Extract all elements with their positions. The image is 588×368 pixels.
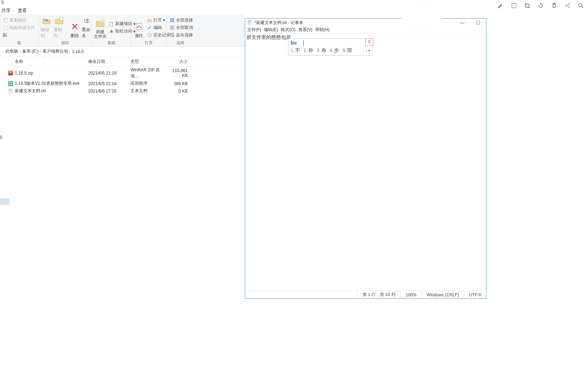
svg-point-35 [569,4,570,5]
svg-rect-33 [512,4,516,8]
history-icon [147,32,152,38]
ribbon-tab-share[interactable]: 共享 [1,7,11,14]
file-row[interactable]: 1.16.5.zip 2021/6/5 21:19 WinRAR ZIP 压缩…… [0,66,245,80]
status-zoom: 100% [400,291,422,298]
maximize-button[interactable]: ☐ [472,20,485,25]
ime-candidate[interactable]: 3.布 [317,47,326,54]
svg-rect-9 [137,24,138,24]
ime-expand-icon[interactable]: ▾ [368,48,370,53]
ime-composition: bu S [289,39,372,47]
status-position: 第 1 行，第 10 列 [357,291,400,298]
rotate-icon[interactable] [537,2,544,9]
move-to-button[interactable]: 移动到 [41,16,52,40]
menu-format[interactable]: 格式(O) [281,27,295,33]
status-encoding: UTF-8 [464,291,486,298]
svg-rect-16 [172,26,174,27]
txt-file-icon [8,88,13,94]
menu-view[interactable]: 查看(V) [298,27,313,33]
svg-rect-24 [8,71,13,72]
svg-rect-31 [9,89,12,93]
chevron-right-icon: › [3,49,4,53]
column-type[interactable]: 类型 [131,59,166,65]
select-none-button[interactable]: 全部取消 [169,24,194,31]
properties-icon [133,21,145,32]
chevron-right-icon: › [40,49,41,53]
svg-rect-11 [170,18,172,20]
ime-next-icon[interactable]: › [365,48,367,53]
svg-rect-29 [9,84,10,85]
file-list-header[interactable]: 名称˄ 修改日期 类型 大小 [0,57,245,66]
ime-candidates: 1.不 2.补 3.布 4.步 5.部 ‹ › ▾ [289,47,372,55]
notepad-window: *新建文本文档.txt - 记事本 — ☐ 文件(F) 编辑(E) 格式(O) … [245,18,486,299]
status-eol: Windows (CRLF) [422,291,464,298]
notepad-titlebar[interactable]: *新建文本文档.txt - 记事本 — ☐ [245,19,486,26]
minimize-button[interactable]: — [456,20,468,25]
invert-selection-button[interactable]: 反向选择 [169,32,194,38]
column-date[interactable]: 修改日期 [88,59,131,65]
side-selection [0,198,10,205]
menu-help[interactable]: 帮助(H) [315,27,330,33]
ribbon-tabs: 共享 查看 [0,7,245,14]
svg-rect-18 [172,28,174,29]
copy-to-icon [54,16,65,26]
svg-rect-17 [170,28,172,29]
notepad-app-icon [247,20,252,26]
ime-candidate[interactable]: 5.部 [343,47,352,54]
new-group-label: 新建 [92,40,131,46]
delete-icon[interactable] [551,2,558,9]
select-all-button[interactable]: 全部选择 [169,17,194,24]
svg-rect-25 [10,72,11,73]
breadcrumb-item[interactable]: 备用 (E:) [22,48,39,54]
window-tab: 5 [0,0,245,7]
breadcrumb-item[interactable]: 1.16.5 [72,49,84,54]
share-icon[interactable] [564,2,571,9]
ribbon-tab-view[interactable]: 查看 [18,7,27,14]
notepad-textarea[interactable]: 群文件里的憨憨包是 [245,34,486,291]
search-icon[interactable] [577,2,584,9]
file-explorer: 5 共享 查看 复制路径 粘贴 [0,0,245,300]
properties-button[interactable]: 属性 [133,16,145,40]
copy-path-button[interactable]: 复制路径 [2,17,36,24]
crop-icon[interactable] [524,2,531,9]
ribbon: 复制路径 粘贴快捷方式 贴 板 [0,14,245,47]
notepad-title: *新建文本文档.txt - 记事本 [254,20,303,26]
select-all-icon [169,17,175,23]
notepad-statusbar: 第 1 行，第 10 列 100% Windows (CRLF) UTF-8 [245,291,486,298]
file-list: 名称˄ 修改日期 类型 大小 1.16.5.zip 2021/6/5 21:19… [0,57,245,95]
sort-asc-icon: ˄ [44,58,46,61]
svg-rect-15 [170,26,172,27]
new-folder-button[interactable]: 新建 文件夹 [94,16,107,40]
new-folder-icon [95,18,106,29]
browser-toolbar [497,2,588,9]
ime-prev-icon[interactable]: ‹ [363,48,364,53]
paste-shortcut-button[interactable]: 粘贴快捷方式 [2,24,36,31]
breadcrumb[interactable]: › 此电脑 › 备用 (E:) › 客户端整合包 › 1.16.5 [0,47,245,57]
bookmark-icon[interactable] [510,2,517,9]
ime-candidate[interactable]: 1.不 [291,47,300,54]
file-row[interactable]: 1.16.5版本V1.01更新憨憨专用.exe 2021/6/5 22:18 应… [0,80,245,87]
svg-rect-26 [8,82,13,86]
delete-icon [69,21,80,32]
breadcrumb-item[interactable]: 客户端整合包 [43,48,68,54]
decorative-cloud [406,2,437,27]
svg-rect-3 [60,17,63,20]
edit-icon[interactable] [497,2,504,9]
breadcrumb-item[interactable]: 此电脑 [5,48,18,54]
file-row[interactable]: 新建文本文档.txt 2021/6/6 17:16 文本文档 0 KB [0,87,245,95]
copy-path-icon [3,17,8,23]
menu-edit[interactable]: 编辑(E) [264,27,278,33]
ime-candidate[interactable]: 4.步 [330,47,339,54]
svg-rect-22 [172,35,174,37]
delete-button[interactable]: 删除 [69,16,80,40]
copy-to-button[interactable]: 复制到 [54,16,65,40]
svg-rect-19 [170,33,172,35]
menu-file[interactable]: 文件(F) [247,27,261,33]
ime-candidate[interactable]: 2.补 [304,47,313,54]
column-size[interactable]: 大小 [166,59,190,65]
svg-rect-30 [11,84,12,85]
svg-rect-12 [172,18,174,20]
svg-point-34 [565,5,567,6]
chevron-right-icon: › [69,49,71,53]
ime-candidate-window[interactable]: bu S 1.不 2.补 3.布 4.步 5.部 ‹ › ▾ [288,38,373,55]
column-name[interactable]: 名称˄ [0,59,88,65]
